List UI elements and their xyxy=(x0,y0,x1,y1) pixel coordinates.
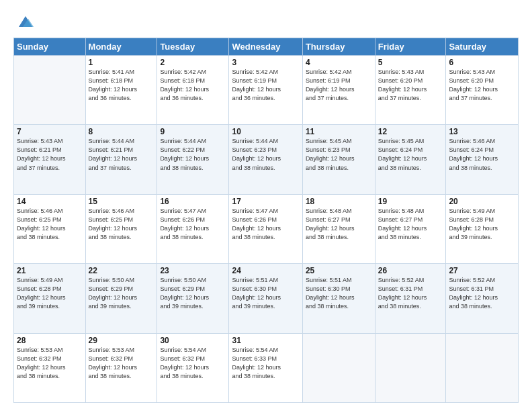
calendar-cell: 25Sunrise: 5:51 AM Sunset: 6:30 PM Dayli… xyxy=(302,264,375,333)
calendar-cell: 26Sunrise: 5:52 AM Sunset: 6:31 PM Dayli… xyxy=(375,264,446,333)
day-info: Sunrise: 5:45 AM Sunset: 6:24 PM Dayligh… xyxy=(378,137,443,172)
weekday-sunday: Sunday xyxy=(14,38,86,56)
day-info: Sunrise: 5:47 AM Sunset: 6:26 PM Dayligh… xyxy=(160,207,226,242)
day-number: 28 xyxy=(17,336,83,345)
calendar-cell: 15Sunrise: 5:46 AM Sunset: 6:25 PM Dayli… xyxy=(85,194,157,263)
day-info: Sunrise: 5:45 AM Sunset: 6:23 PM Dayligh… xyxy=(306,137,372,172)
day-info: Sunrise: 5:46 AM Sunset: 6:25 PM Dayligh… xyxy=(17,207,83,242)
calendar-cell: 12Sunrise: 5:45 AM Sunset: 6:24 PM Dayli… xyxy=(375,125,446,194)
weekday-thursday: Thursday xyxy=(302,38,375,56)
day-info: Sunrise: 5:41 AM Sunset: 6:18 PM Dayligh… xyxy=(89,68,154,103)
day-info: Sunrise: 5:52 AM Sunset: 6:31 PM Dayligh… xyxy=(378,276,443,311)
weekday-tuesday: Tuesday xyxy=(157,38,229,56)
day-number: 16 xyxy=(160,197,226,206)
calendar-cell: 20Sunrise: 5:49 AM Sunset: 6:28 PM Dayli… xyxy=(446,194,519,263)
day-number: 1 xyxy=(89,58,154,67)
day-info: Sunrise: 5:44 AM Sunset: 6:21 PM Dayligh… xyxy=(89,137,154,172)
calendar-cell: 8Sunrise: 5:44 AM Sunset: 6:21 PM Daylig… xyxy=(85,125,157,194)
calendar-cell: 31Sunrise: 5:54 AM Sunset: 6:33 PM Dayli… xyxy=(229,333,302,402)
day-info: Sunrise: 5:42 AM Sunset: 6:19 PM Dayligh… xyxy=(232,68,299,103)
day-number: 31 xyxy=(232,336,299,345)
day-info: Sunrise: 5:53 AM Sunset: 6:32 PM Dayligh… xyxy=(89,346,154,381)
day-number: 25 xyxy=(306,266,372,275)
calendar-cell xyxy=(375,333,446,402)
calendar-cell: 2Sunrise: 5:42 AM Sunset: 6:18 PM Daylig… xyxy=(157,56,229,125)
calendar-cell: 14Sunrise: 5:46 AM Sunset: 6:25 PM Dayli… xyxy=(14,194,86,263)
calendar-cell xyxy=(446,333,519,402)
day-number: 19 xyxy=(378,197,443,206)
calendar-cell: 18Sunrise: 5:48 AM Sunset: 6:27 PM Dayli… xyxy=(302,194,375,263)
day-number: 18 xyxy=(306,197,372,206)
calendar-cell: 24Sunrise: 5:51 AM Sunset: 6:30 PM Dayli… xyxy=(229,264,302,333)
day-number: 8 xyxy=(89,127,154,136)
calendar-cell: 23Sunrise: 5:50 AM Sunset: 6:29 PM Dayli… xyxy=(157,264,229,333)
week-row-4: 21Sunrise: 5:49 AM Sunset: 6:28 PM Dayli… xyxy=(14,264,519,333)
day-info: Sunrise: 5:47 AM Sunset: 6:26 PM Dayligh… xyxy=(232,207,299,242)
day-number: 27 xyxy=(449,266,515,275)
calendar-cell: 9Sunrise: 5:44 AM Sunset: 6:22 PM Daylig… xyxy=(157,125,229,194)
day-number: 4 xyxy=(306,58,372,67)
day-number: 10 xyxy=(232,127,299,136)
day-info: Sunrise: 5:52 AM Sunset: 6:31 PM Dayligh… xyxy=(449,276,515,311)
day-number: 20 xyxy=(449,197,515,206)
day-info: Sunrise: 5:53 AM Sunset: 6:32 PM Dayligh… xyxy=(17,346,83,381)
day-info: Sunrise: 5:43 AM Sunset: 6:20 PM Dayligh… xyxy=(378,68,443,103)
day-info: Sunrise: 5:49 AM Sunset: 6:28 PM Dayligh… xyxy=(17,276,83,311)
day-info: Sunrise: 5:46 AM Sunset: 6:24 PM Dayligh… xyxy=(449,137,515,172)
calendar-cell: 21Sunrise: 5:49 AM Sunset: 6:28 PM Dayli… xyxy=(14,264,86,333)
day-info: Sunrise: 5:44 AM Sunset: 6:23 PM Dayligh… xyxy=(232,137,299,172)
day-number: 11 xyxy=(306,127,372,136)
day-info: Sunrise: 5:51 AM Sunset: 6:30 PM Dayligh… xyxy=(232,276,299,311)
day-number: 30 xyxy=(160,336,226,345)
day-number: 5 xyxy=(378,58,443,67)
logo xyxy=(13,12,35,31)
calendar-cell: 22Sunrise: 5:50 AM Sunset: 6:29 PM Dayli… xyxy=(85,264,157,333)
day-info: Sunrise: 5:48 AM Sunset: 6:27 PM Dayligh… xyxy=(306,207,372,242)
day-number: 24 xyxy=(232,266,299,275)
week-row-3: 14Sunrise: 5:46 AM Sunset: 6:25 PM Dayli… xyxy=(14,194,519,263)
calendar-cell: 10Sunrise: 5:44 AM Sunset: 6:23 PM Dayli… xyxy=(229,125,302,194)
page: SundayMondayTuesdayWednesdayThursdayFrid… xyxy=(0,0,532,411)
calendar-cell: 30Sunrise: 5:54 AM Sunset: 6:32 PM Dayli… xyxy=(157,333,229,402)
day-info: Sunrise: 5:49 AM Sunset: 6:28 PM Dayligh… xyxy=(449,207,515,242)
calendar-cell: 5Sunrise: 5:43 AM Sunset: 6:20 PM Daylig… xyxy=(375,56,446,125)
day-info: Sunrise: 5:54 AM Sunset: 6:32 PM Dayligh… xyxy=(160,346,226,381)
day-number: 29 xyxy=(89,336,154,345)
day-number: 13 xyxy=(449,127,515,136)
week-row-2: 7Sunrise: 5:43 AM Sunset: 6:21 PM Daylig… xyxy=(14,125,519,194)
day-number: 6 xyxy=(449,58,515,67)
weekday-friday: Friday xyxy=(375,38,446,56)
day-info: Sunrise: 5:42 AM Sunset: 6:18 PM Dayligh… xyxy=(160,68,226,103)
logo-icon xyxy=(16,12,35,31)
calendar-cell xyxy=(302,333,375,402)
day-number: 26 xyxy=(378,266,443,275)
calendar-cell: 17Sunrise: 5:47 AM Sunset: 6:26 PM Dayli… xyxy=(229,194,302,263)
calendar-cell: 7Sunrise: 5:43 AM Sunset: 6:21 PM Daylig… xyxy=(14,125,86,194)
weekday-monday: Monday xyxy=(85,38,157,56)
day-number: 9 xyxy=(160,127,226,136)
day-number: 21 xyxy=(17,266,83,275)
day-info: Sunrise: 5:48 AM Sunset: 6:27 PM Dayligh… xyxy=(378,207,443,242)
day-number: 22 xyxy=(89,266,154,275)
calendar-cell: 1Sunrise: 5:41 AM Sunset: 6:18 PM Daylig… xyxy=(85,56,157,125)
day-number: 15 xyxy=(89,197,154,206)
header xyxy=(13,12,519,31)
calendar-cell: 27Sunrise: 5:52 AM Sunset: 6:31 PM Dayli… xyxy=(446,264,519,333)
day-info: Sunrise: 5:43 AM Sunset: 6:21 PM Dayligh… xyxy=(17,137,83,172)
day-info: Sunrise: 5:44 AM Sunset: 6:22 PM Dayligh… xyxy=(160,137,226,172)
calendar-cell xyxy=(14,56,86,125)
week-row-5: 28Sunrise: 5:53 AM Sunset: 6:32 PM Dayli… xyxy=(14,333,519,402)
calendar-cell: 4Sunrise: 5:42 AM Sunset: 6:19 PM Daylig… xyxy=(302,56,375,125)
calendar-cell: 29Sunrise: 5:53 AM Sunset: 6:32 PM Dayli… xyxy=(85,333,157,402)
day-number: 3 xyxy=(232,58,299,67)
calendar-cell: 3Sunrise: 5:42 AM Sunset: 6:19 PM Daylig… xyxy=(229,56,302,125)
day-number: 23 xyxy=(160,266,226,275)
day-info: Sunrise: 5:54 AM Sunset: 6:33 PM Dayligh… xyxy=(232,346,299,381)
day-info: Sunrise: 5:50 AM Sunset: 6:29 PM Dayligh… xyxy=(160,276,226,311)
calendar-cell: 19Sunrise: 5:48 AM Sunset: 6:27 PM Dayli… xyxy=(375,194,446,263)
week-row-1: 1Sunrise: 5:41 AM Sunset: 6:18 PM Daylig… xyxy=(14,56,519,125)
calendar-cell: 11Sunrise: 5:45 AM Sunset: 6:23 PM Dayli… xyxy=(302,125,375,194)
calendar-cell: 6Sunrise: 5:43 AM Sunset: 6:20 PM Daylig… xyxy=(446,56,519,125)
day-number: 17 xyxy=(232,197,299,206)
calendar-cell: 16Sunrise: 5:47 AM Sunset: 6:26 PM Dayli… xyxy=(157,194,229,263)
